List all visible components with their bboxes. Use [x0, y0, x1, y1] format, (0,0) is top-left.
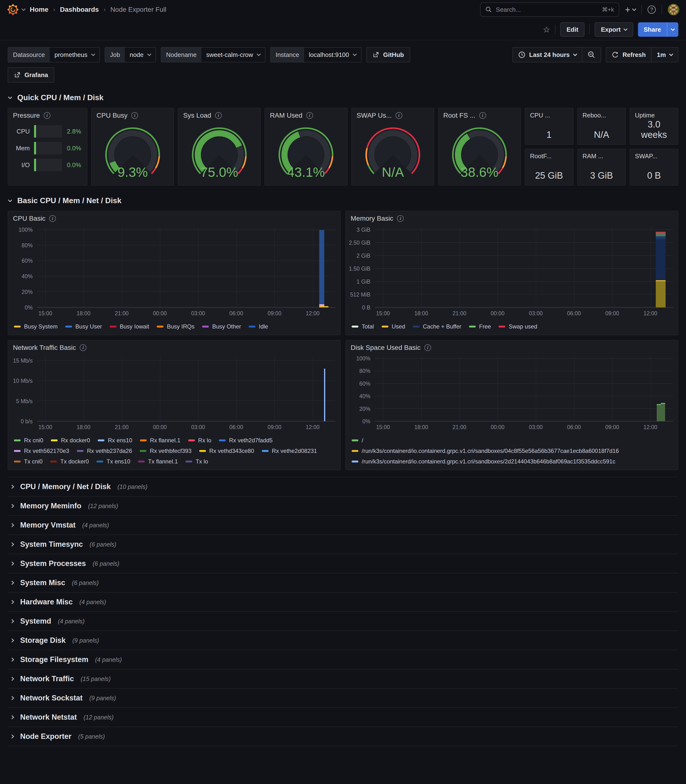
legend-item[interactable]: Tx cni0 [14, 458, 42, 465]
edit-button[interactable]: Edit [560, 22, 585, 37]
variable-pill-job[interactable]: Jobnode [105, 47, 156, 62]
github-link-button[interactable]: GitHub [366, 47, 410, 62]
info-icon[interactable]: i [215, 112, 222, 119]
breadcrumb-home[interactable]: Home [30, 6, 49, 13]
variable-value-dropdown[interactable]: node [125, 47, 155, 62]
stat-value: 3.0 weeks [635, 119, 673, 140]
legend-item[interactable]: Rx docker0 [51, 437, 90, 444]
chevron-down-icon [257, 52, 261, 56]
section-header-basic[interactable]: Basic CPU / Mem / Net / Disk [9, 196, 678, 205]
legend-item[interactable]: Cache + Buffer [413, 323, 461, 330]
series-data [656, 281, 666, 307]
legend-item[interactable]: /run/k3s/containerd/io.containerd.grpc.v… [352, 458, 673, 465]
info-icon[interactable]: i [131, 112, 138, 119]
legend-item[interactable]: /run/k3s/containerd/io.containerd.grpc.v… [352, 448, 673, 454]
legend-item[interactable]: Rx veth562170e3 [14, 448, 69, 454]
plot-area[interactable] [375, 227, 673, 308]
legend-item[interactable]: Rx ens10 [98, 437, 132, 444]
variable-pill-datasource[interactable]: Datasourceprometheus [8, 47, 100, 62]
export-button[interactable]: Export [595, 22, 633, 37]
legend-item[interactable]: Idle [249, 323, 268, 330]
legend-item[interactable]: Busy Other [202, 323, 241, 330]
collapsed-section-system-misc[interactable]: System Misc(6 panels) [8, 573, 678, 593]
collapsed-section-network-netstat[interactable]: Network Netstat(12 panels) [8, 708, 678, 727]
legend-item[interactable]: Tx docker0 [50, 458, 89, 465]
collapsed-section-system-processes[interactable]: System Processes(6 panels) [8, 554, 678, 573]
legend-item[interactable]: Tx flannel.1 [138, 458, 178, 465]
legend-item[interactable]: Busy IRQs [157, 323, 194, 330]
variable-pill-nodename[interactable]: Nodenamesweet-calm-crow [161, 47, 265, 62]
legend-item[interactable]: Rx cni0 [14, 437, 43, 444]
chevron-right-icon [10, 581, 14, 585]
info-icon[interactable]: i [306, 112, 313, 119]
variable-pill-instance[interactable]: Instancelocalhost:9100 [270, 47, 361, 62]
variable-value-dropdown[interactable]: sweet-calm-crow [201, 47, 265, 62]
legend-item[interactable]: Used [382, 323, 405, 330]
share-options-button[interactable] [667, 22, 678, 37]
legend-item[interactable]: Busy System [14, 323, 57, 330]
plot-area[interactable] [37, 227, 335, 308]
legend-item[interactable]: Rx lo [188, 437, 211, 444]
add-new-button[interactable]: + [625, 5, 635, 15]
collapsed-section-system-timesync[interactable]: System Timesync(6 panels) [8, 535, 678, 554]
breadcrumb-dashboards[interactable]: Dashboards [60, 6, 99, 13]
info-icon[interactable]: i [397, 215, 404, 222]
search-input[interactable] [496, 6, 598, 13]
plot-area[interactable] [375, 356, 673, 422]
variable-value-dropdown[interactable]: prometheus [50, 47, 100, 62]
collapsed-section-memory-meminfo[interactable]: Memory Meminfo(12 panels) [8, 497, 678, 516]
legend-item[interactable]: Free [469, 323, 491, 330]
legend-label: Tx flannel.1 [148, 458, 178, 465]
legend-item[interactable]: Rx vethbfecf393 [140, 448, 191, 454]
collapsed-section-node-exporter[interactable]: Node Exporter(5 panels) [8, 727, 678, 746]
legend-item[interactable]: Rx vethb237da26 [77, 448, 132, 454]
search-box[interactable]: ⌘+k [480, 2, 619, 17]
legend-item[interactable]: Total [352, 323, 374, 330]
x-axis-tick-label: 15:00 [38, 310, 52, 317]
time-range-picker[interactable]: Last 24 hours [513, 47, 582, 62]
legend-item[interactable]: Busy User [65, 323, 102, 330]
collapsed-section-systemd[interactable]: Systemd(4 panels) [8, 612, 678, 631]
legend-item[interactable]: Tx lo [186, 458, 208, 465]
legend-item[interactable]: Rx veth2d7fadd5 [219, 437, 273, 444]
legend-item[interactable]: Rx vethd343ce80 [199, 448, 254, 454]
refresh-interval-picker[interactable]: 1m [652, 47, 678, 62]
legend-label: Busy Other [212, 323, 241, 330]
legend-item[interactable]: / [352, 437, 673, 444]
collapsed-section-storage-disk[interactable]: Storage Disk(9 panels) [8, 631, 678, 650]
legend-item[interactable]: Swap used [498, 323, 537, 330]
refresh-button[interactable]: Refresh [606, 47, 652, 62]
info-icon[interactable]: i [44, 112, 51, 119]
variable-value-dropdown[interactable]: localhost:9100 [304, 47, 361, 62]
org-switcher-chevron-icon[interactable] [21, 7, 26, 11]
legend-color-chip [14, 326, 21, 327]
legend-item[interactable]: Rx vethe2d08231 [262, 448, 317, 454]
info-icon[interactable]: i [395, 112, 402, 119]
plot-area[interactable] [37, 356, 335, 422]
legend-label: Rx ens10 [108, 437, 132, 444]
legend-label: /run/k3s/containerd/io.containerd.grpc.v… [362, 448, 619, 454]
favorite-star-button[interactable]: ☆ [543, 25, 550, 34]
zoom-out-button[interactable] [582, 47, 601, 62]
collapsed-section-cpu-memory-net-disk[interactable]: CPU / Memory / Net / Disk(10 panels) [8, 477, 678, 497]
collapsed-section-memory-vmstat[interactable]: Memory Vmstat(4 panels) [8, 516, 678, 535]
info-icon[interactable]: i [425, 344, 431, 351]
collapsed-section-network-sockstat[interactable]: Network Sockstat(9 panels) [8, 689, 678, 708]
legend-item[interactable]: Rx flannel.1 [140, 437, 181, 444]
collapsed-section-storage-filesystem[interactable]: Storage Filesystem(4 panels) [8, 650, 678, 669]
grafana-link-button[interactable]: Grafana [8, 67, 54, 83]
collapsed-section-network-traffic[interactable]: Network Traffic(15 panels) [8, 669, 678, 689]
section-header-quick[interactable]: Quick CPU / Mem / Disk [9, 93, 678, 102]
help-button[interactable]: ? [648, 5, 656, 14]
legend-item[interactable]: Tx ens10 [96, 458, 130, 465]
info-icon[interactable]: i [80, 344, 87, 351]
user-avatar[interactable] [668, 4, 679, 15]
panel-title: Uptime [635, 112, 673, 119]
legend-item[interactable]: Busy Iowait [110, 323, 149, 330]
info-icon[interactable]: i [49, 215, 56, 222]
gridline [37, 307, 335, 307]
info-icon[interactable]: i [479, 112, 486, 119]
share-button[interactable]: Share [638, 22, 667, 37]
collapsed-section-hardware-misc[interactable]: Hardware Misc(4 panels) [8, 593, 678, 612]
grafana-logo-icon[interactable] [7, 3, 19, 16]
